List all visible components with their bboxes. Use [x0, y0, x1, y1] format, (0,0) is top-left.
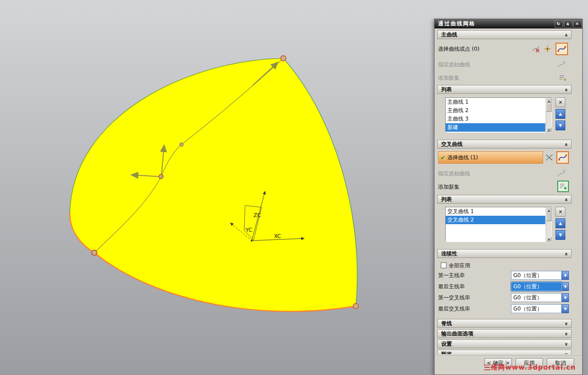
point-constructor-icon[interactable] [542, 44, 553, 54]
specify-origin-curve-label: 指定原始曲线 [438, 170, 470, 177]
apply-all-checkbox[interactable] [441, 262, 447, 268]
scroll-up-icon[interactable]: ▲ [546, 207, 552, 212]
section-header-output-surface-options[interactable]: 输出曲面选项 ∨ [437, 329, 572, 338]
primary-curve-list[interactable]: 主曲线 1 主曲线 2 主曲线 3 新建 ▲ ▼ [445, 97, 552, 133]
section-header-cross-curves[interactable]: 交叉曲线 ∧ [437, 140, 572, 149]
chevron-down-icon[interactable]: ∨ [563, 342, 569, 347]
first-primary-string-combo[interactable]: G0（位置） ▼ [511, 271, 569, 280]
section-title: 主曲线 [441, 31, 457, 39]
specify-origin-curve-row: 指定原始曲线 [438, 59, 532, 70]
corner-point-top[interactable] [281, 56, 286, 61]
dropdown-arrow-icon[interactable]: ▼ [562, 271, 569, 280]
section-header-preview[interactable]: 预览 ∨ [437, 350, 572, 354]
add-new-set-icon[interactable] [557, 73, 568, 83]
add-new-set-label: 添加新集 [438, 183, 459, 191]
dropdown-arrow-icon[interactable]: ▼ [562, 282, 569, 291]
chevron-down-icon[interactable]: ∨ [563, 321, 569, 326]
axis-label-zc: ZC [254, 212, 261, 218]
list-item-label: 交叉曲线 2 [447, 217, 474, 223]
chevron-down-icon[interactable]: ∨ [563, 352, 569, 355]
chevron-up-icon[interactable]: ∧ [563, 197, 569, 202]
list-item-label: 主曲线 3 [447, 116, 468, 122]
list-item[interactable]: 主曲线 2 [446, 106, 545, 115]
scroll-up-icon[interactable]: ▲ [546, 98, 552, 103]
close-icon[interactable]: ✕ [573, 20, 582, 28]
select-curve-icon[interactable] [556, 151, 569, 164]
list-title: 列表 [441, 86, 452, 93]
ok-button[interactable]: < 确定 > [484, 358, 512, 368]
select-curve-or-point-label: 选择曲线或点 (0) [438, 45, 479, 53]
apply-button[interactable]: 应用 [516, 358, 543, 368]
origin-curve-icon [556, 59, 567, 70]
continuity-row-label: 最后主线串 [438, 283, 465, 290]
move-down-icon[interactable]: ▼ [556, 230, 565, 240]
chevron-down-icon[interactable]: ∨ [563, 331, 569, 336]
scroll-thumb[interactable] [546, 212, 552, 221]
list-item-selected[interactable]: 新建 [446, 123, 545, 132]
section-header-spine[interactable]: 脊线 ∨ [437, 319, 572, 328]
section-header-continuity[interactable]: 连续性 ∧ [437, 249, 572, 258]
scroll-thumb[interactable] [546, 103, 552, 112]
list-item[interactable]: 交叉曲线 1 [446, 207, 545, 216]
combo-value[interactable]: G0（位置） [511, 304, 562, 313]
dialog-titlebar[interactable]: 通过曲线网格 ↻ ∧ ✕ [435, 19, 582, 28]
section-header-settings[interactable]: 设置 ∨ [437, 339, 572, 348]
list-item[interactable]: 主曲线 3 [446, 115, 545, 123]
add-new-set-icon[interactable] [557, 181, 569, 192]
select-curve-or-point-row[interactable]: 选择曲线或点 (0) [438, 42, 532, 56]
section-header-primary-curves[interactable]: 主曲线 ∧ [437, 30, 572, 39]
list-item-selected[interactable]: 交叉曲线 2 [446, 216, 545, 224]
select-curve-row-active[interactable]: ✔ 选择曲线 (1) [438, 151, 543, 164]
chevron-up-icon[interactable]: ∧ [563, 32, 569, 37]
chevron-up-icon[interactable]: ∧ [563, 142, 569, 147]
chevron-up-icon[interactable]: ∧ [563, 87, 569, 92]
combo-value[interactable]: G0（位置） [511, 293, 562, 302]
select-curve-icon[interactable] [556, 43, 568, 55]
move-down-icon[interactable]: ▼ [556, 121, 565, 130]
dropdown-arrow-icon[interactable]: ▼ [562, 293, 569, 302]
last-primary-string-combo[interactable]: G0（位置） ▼ [511, 282, 569, 291]
corner-point-left[interactable] [92, 250, 97, 255]
through-curve-mesh-dialog: 通过曲线网格 ↻ ∧ ✕ 主曲线 ∧ 选择曲线或点 (0) 指定原始曲线 添加新… [434, 19, 583, 375]
curve-point[interactable] [159, 174, 163, 179]
add-new-set-row[interactable]: 添加新集 [438, 181, 532, 192]
chevron-up-icon[interactable]: ∧ [563, 251, 569, 256]
section-title: 连续性 [441, 250, 457, 258]
list-header-cross[interactable]: 列表 ∧ [437, 195, 572, 204]
dialog-title: 通过曲线网格 [438, 20, 554, 28]
dropdown-arrow-icon[interactable]: ▼ [562, 304, 569, 313]
collapse-dialog-icon[interactable]: ∧ [564, 20, 572, 28]
scroll-down-icon[interactable]: ▼ [546, 237, 552, 242]
list-title: 列表 [441, 196, 452, 203]
corner-point-right[interactable] [353, 303, 358, 309]
combo-value[interactable]: G0（位置） [511, 271, 562, 280]
remove-item-icon[interactable]: ✕ [556, 97, 565, 107]
scroll-down-icon[interactable]: ▼ [546, 127, 552, 132]
first-cross-string-combo[interactable]: G0（位置） ▼ [511, 293, 569, 302]
add-new-set-label: 添加新集 [438, 74, 459, 82]
check-icon: ✔ [440, 154, 445, 161]
apply-all-row: 全部应用 [449, 262, 542, 270]
list-item-empty [446, 233, 545, 241]
list-item-label: 交叉曲线 1 [447, 208, 474, 214]
last-cross-string-combo[interactable]: G0（位置） ▼ [511, 304, 569, 313]
specify-origin-curve-row: 指定原始曲线 [438, 168, 532, 179]
section-header-preview-clipped[interactable]: 预览 ∨ [435, 350, 583, 354]
remove-item-icon[interactable]: ✕ [556, 207, 565, 217]
footer-separator [436, 356, 581, 357]
combo-value-selected[interactable]: G0（位置） [511, 282, 562, 291]
move-up-icon[interactable]: ▲ [556, 218, 565, 228]
list-scrollbar[interactable]: ▲ ▼ [546, 98, 552, 132]
cancel-button[interactable]: 取消 [547, 358, 574, 368]
crossing-curves-icon[interactable] [544, 152, 555, 163]
list-scrollbar[interactable]: ▲ ▼ [546, 207, 552, 242]
clear-selection-icon[interactable] [531, 44, 541, 54]
cross-curve-list[interactable]: 交叉曲线 1 交叉曲线 2 ▲ ▼ [445, 207, 552, 242]
move-up-icon[interactable]: ▲ [556, 109, 565, 119]
list-header-primary[interactable]: 列表 ∧ [437, 85, 572, 94]
list-item[interactable]: 主曲线 1 [446, 98, 545, 106]
list-item-label: 主曲线 1 [447, 99, 468, 105]
reset-icon[interactable]: ↻ [555, 20, 563, 28]
curve-point[interactable] [180, 143, 183, 146]
continuity-row-label: 第一交叉线串 [438, 294, 470, 302]
